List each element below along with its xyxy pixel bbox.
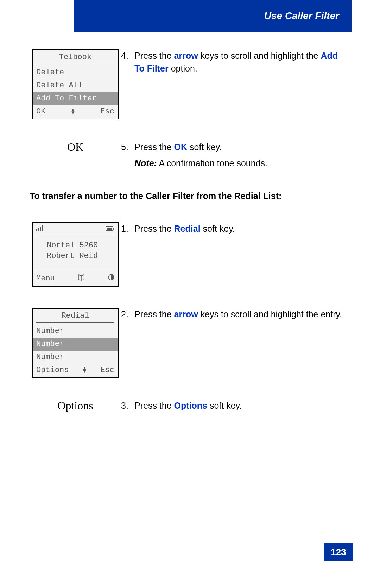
line-2: Robert Reid xyxy=(47,251,118,262)
keyword-redial: Redial xyxy=(174,224,201,234)
contrast-icon xyxy=(108,274,114,283)
step-number: 5. xyxy=(121,141,134,153)
note-body: A confirmation tone sounds. xyxy=(157,158,267,168)
page-header: Use Caller Filter xyxy=(74,0,352,32)
page-number: 123 xyxy=(324,543,353,561)
step-instruction: Press the Options soft key. xyxy=(134,399,350,412)
section-heading: To transfer a number to the Caller Filte… xyxy=(30,191,350,201)
step-number: 1. xyxy=(121,222,134,235)
step-3b-figure: Options xyxy=(30,399,121,412)
svg-rect-1 xyxy=(38,228,39,231)
step-2b-figure: Redial Number Number Number Options ▲▼ E… xyxy=(30,308,121,378)
step-4-row: Telbook Delete Delete All Add To Filter … xyxy=(30,49,350,119)
step-4-text: 4. Press the arrow keys to scroll and hi… xyxy=(121,49,350,75)
keyword-ok: OK xyxy=(174,142,188,152)
header-title: Use Caller Filter xyxy=(264,10,339,21)
step-5-row: OK 5. Press the OK soft key. Note: A con… xyxy=(30,141,350,170)
updown-arrows-icon: ▲▼ xyxy=(83,367,86,373)
step-3b-text: 3. Press the Options soft key. xyxy=(121,399,350,412)
updown-arrows-icon: ▲▼ xyxy=(71,109,74,114)
step-1b-figure: Nortel 5260 Robert Reid Menu xyxy=(30,222,121,287)
ok-label: OK xyxy=(67,141,83,154)
screen-footer: OK ▲▼ Esc xyxy=(33,105,118,119)
redial-item-1: Number xyxy=(33,324,118,338)
step-instruction: Press the arrow keys to scroll and highl… xyxy=(134,308,350,321)
softkey-left: Menu xyxy=(36,274,55,283)
svg-rect-6 xyxy=(107,228,112,230)
svg-rect-5 xyxy=(113,228,114,230)
softkey-right: Esc xyxy=(100,366,114,375)
step-1b-text: 1. Press the Redial soft key. xyxy=(121,222,350,235)
screen-title: Redial xyxy=(33,309,118,322)
step-1b-row: Nortel 5260 Robert Reid Menu 1. xyxy=(30,222,350,287)
step-2b-text: 2. Press the arrow keys to scroll and hi… xyxy=(121,308,350,321)
line-1: Nortel 5260 xyxy=(47,240,118,251)
idle-screen: Nortel 5260 Robert Reid Menu xyxy=(32,222,119,287)
screen-body: Nortel 5260 Robert Reid xyxy=(33,237,118,270)
step-instruction: Press the OK soft key. xyxy=(134,141,350,153)
divider xyxy=(36,64,114,64)
step-number: 2. xyxy=(121,308,134,321)
softkey-left: Options xyxy=(36,366,69,375)
note-label: Note: xyxy=(134,158,157,168)
divider xyxy=(36,235,114,235)
screen-footer: Options ▲▼ Esc xyxy=(33,364,118,377)
status-row xyxy=(33,223,118,235)
keyword-arrow: arrow xyxy=(174,309,198,319)
step-number: 4. xyxy=(121,49,134,75)
divider xyxy=(36,270,114,270)
options-label: Options xyxy=(57,399,93,412)
step-4-figure: Telbook Delete Delete All Add To Filter … xyxy=(30,49,121,119)
softkey-left: OK xyxy=(36,107,45,116)
redial-item-3: Number xyxy=(33,351,118,364)
redial-screen: Redial Number Number Number Options ▲▼ E… xyxy=(32,308,119,378)
menu-item-add-to-filter: Add To Filter xyxy=(33,92,118,105)
keyword-arrow: arrow xyxy=(174,51,198,61)
menu-item-delete-all: Delete All xyxy=(33,79,118,92)
step-5-text: 5. Press the OK soft key. Note: A confir… xyxy=(121,141,350,170)
step-5-figure: OK xyxy=(30,141,121,154)
book-icon xyxy=(78,274,85,283)
battery-icon xyxy=(106,225,114,233)
menu-item-delete: Delete xyxy=(33,66,118,79)
svg-rect-0 xyxy=(36,229,37,231)
page-content: Telbook Delete Delete All Add To Filter … xyxy=(30,49,350,433)
redial-item-2: Number xyxy=(33,338,118,351)
screen-footer: Menu xyxy=(33,272,118,286)
telbook-screen: Telbook Delete Delete All Add To Filter … xyxy=(32,49,119,119)
keyword-options: Options xyxy=(174,401,207,410)
step-3b-row: Options 3. Press the Options soft key. xyxy=(30,399,350,412)
step-number: 3. xyxy=(121,399,134,412)
step-2b-row: Redial Number Number Number Options ▲▼ E… xyxy=(30,308,350,378)
step-instruction: Press the arrow keys to scroll and highl… xyxy=(134,49,350,75)
step-instruction: Press the Redial soft key. xyxy=(134,222,350,235)
svg-rect-2 xyxy=(40,227,41,231)
screen-title: Telbook xyxy=(33,50,118,64)
svg-rect-3 xyxy=(42,225,43,231)
softkey-right: Esc xyxy=(100,107,114,116)
step-5-note: Note: A confirmation tone sounds. xyxy=(134,157,350,169)
divider xyxy=(36,322,114,323)
signal-icon xyxy=(36,225,43,233)
